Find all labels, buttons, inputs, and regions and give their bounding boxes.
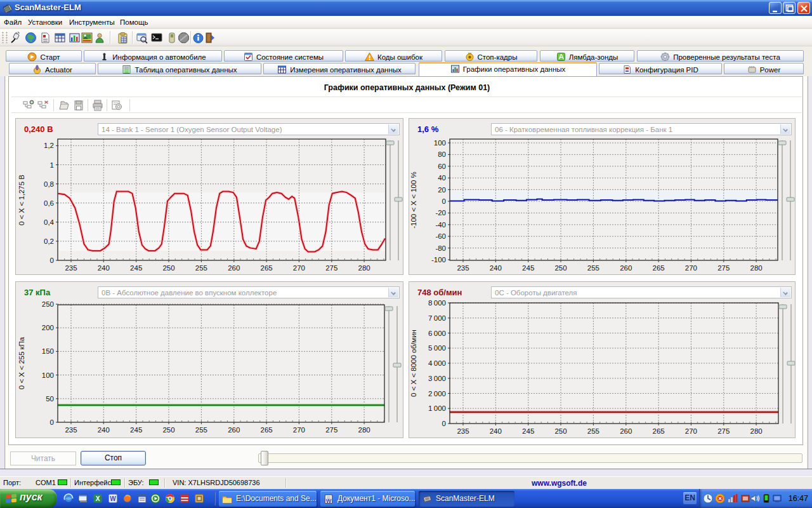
- svg-text:255: 255: [587, 264, 599, 272]
- svg-text:W: W: [326, 498, 332, 504]
- svg-text:80: 80: [438, 150, 446, 158]
- svg-text:0: 0: [442, 420, 446, 427]
- svg-text:245: 245: [522, 427, 534, 435]
- svg-text:265: 265: [261, 264, 273, 272]
- svg-text:270: 270: [293, 264, 305, 272]
- svg-text:0,8: 0,8: [44, 180, 54, 188]
- svg-text:270: 270: [293, 426, 305, 434]
- svg-text:245: 245: [130, 264, 142, 272]
- svg-text:1,2: 1,2: [44, 142, 54, 149]
- svg-text:275: 275: [325, 426, 337, 434]
- svg-text:0,4: 0,4: [44, 218, 55, 226]
- svg-text:-80: -80: [435, 244, 446, 252]
- svg-text:250: 250: [554, 427, 566, 435]
- svg-text:20: 20: [438, 186, 446, 194]
- svg-text:275: 275: [325, 264, 337, 272]
- svg-text:280: 280: [750, 427, 763, 435]
- svg-text:240: 240: [490, 427, 502, 435]
- svg-text:0: 0: [50, 418, 54, 426]
- svg-text:255: 255: [587, 427, 599, 435]
- svg-text:0 < X < 1,275 В: 0 < X < 1,275 В: [18, 175, 25, 225]
- svg-text:-100 < X < 100 %: -100 < X < 100 %: [410, 171, 417, 229]
- svg-text:265: 265: [653, 427, 665, 435]
- svg-text:100: 100: [434, 139, 446, 147]
- svg-text:250: 250: [554, 264, 566, 272]
- svg-text:270: 270: [685, 264, 697, 272]
- svg-text:265: 265: [261, 426, 273, 434]
- svg-text:280: 280: [358, 264, 370, 272]
- svg-text:275: 275: [717, 264, 730, 272]
- svg-text:50: 50: [46, 395, 54, 403]
- svg-text:60: 60: [438, 163, 446, 170]
- svg-text:-60: -60: [435, 232, 446, 240]
- svg-text:40: 40: [438, 174, 446, 182]
- svg-text:250: 250: [42, 300, 54, 308]
- svg-text:260: 260: [620, 427, 632, 435]
- svg-text:4 000: 4 000: [428, 359, 446, 367]
- svg-text:0: 0: [50, 257, 54, 264]
- svg-text:245: 245: [522, 264, 534, 272]
- svg-text:100: 100: [42, 371, 54, 379]
- svg-text:235: 235: [457, 427, 469, 435]
- svg-text:235: 235: [65, 264, 77, 272]
- svg-text:270: 270: [685, 427, 697, 435]
- svg-text:265: 265: [653, 264, 665, 272]
- svg-text:200: 200: [42, 324, 54, 331]
- svg-text:260: 260: [620, 264, 632, 272]
- svg-text:275: 275: [717, 427, 730, 435]
- svg-text:235: 235: [457, 264, 469, 272]
- svg-text:0,2: 0,2: [44, 237, 54, 245]
- svg-text:-40: -40: [435, 221, 446, 229]
- svg-text:260: 260: [228, 426, 240, 434]
- svg-text:-20: -20: [435, 209, 446, 217]
- svg-text:5 000: 5 000: [428, 344, 446, 352]
- svg-text:240: 240: [98, 264, 110, 272]
- svg-text:0: 0: [442, 197, 446, 205]
- svg-text:150: 150: [42, 347, 54, 355]
- svg-text:8 000: 8 000: [428, 299, 446, 307]
- svg-text:6 000: 6 000: [428, 330, 446, 337]
- svg-text:3 000: 3 000: [428, 375, 446, 382]
- svg-text:240: 240: [98, 426, 110, 434]
- svg-text:0 < X < 8000 об/мин: 0 < X < 8000 об/мин: [410, 330, 417, 397]
- svg-text:0 < X < 255 кПа: 0 < X < 255 кПа: [18, 337, 25, 389]
- svg-text:260: 260: [228, 264, 240, 272]
- svg-text:X: X: [96, 495, 100, 502]
- svg-text:255: 255: [195, 426, 207, 434]
- svg-text:235: 235: [65, 426, 77, 434]
- svg-text:7 000: 7 000: [428, 314, 446, 322]
- svg-text:W: W: [110, 495, 116, 502]
- svg-text:250: 250: [162, 426, 174, 434]
- svg-text:240: 240: [490, 264, 502, 272]
- svg-text:255: 255: [195, 264, 207, 272]
- svg-text:1: 1: [50, 161, 54, 169]
- svg-text:245: 245: [130, 426, 142, 434]
- svg-text:1 000: 1 000: [428, 404, 446, 412]
- svg-text:280: 280: [358, 426, 370, 434]
- svg-text:-100: -100: [431, 256, 446, 264]
- svg-text:2 000: 2 000: [428, 390, 446, 398]
- svg-text:250: 250: [162, 264, 174, 272]
- svg-text:280: 280: [750, 264, 763, 272]
- svg-text:0,6: 0,6: [44, 199, 54, 207]
